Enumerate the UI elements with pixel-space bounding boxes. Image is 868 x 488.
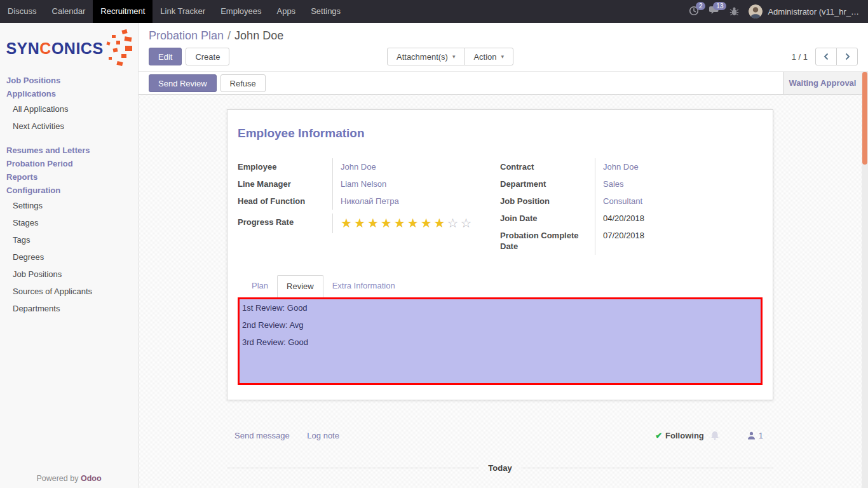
topbar-systray: 2 13 Administrator (v11_hr_… [689, 4, 868, 18]
notebook-tabs: PlanReviewExtra Information [238, 275, 763, 297]
follow-area: ✔ Following 1 [655, 431, 763, 440]
review-line: 2nd Review: Avg [242, 320, 759, 330]
field-row-join-date: Join Date04/20/2018 [500, 210, 763, 227]
pager-value: 1 / 1 [792, 52, 808, 62]
check-icon: ✔ [655, 431, 662, 440]
send-review-button[interactable]: Send Review [149, 74, 217, 92]
sidebar-item-next-activities[interactable]: Next Activities [0, 118, 138, 135]
sidebar-item-all-applications[interactable]: All Applications [0, 100, 138, 118]
field-value[interactable]: John Doe [333, 158, 376, 175]
sidebar-dropdowns: Attachment(s)▾ Action▾ [387, 48, 513, 65]
review-content: 1st Review: Good2nd Review: Avg3rd Revie… [238, 297, 763, 385]
field-row-progress-rate: Progress Rate★★★★★★★★☆☆ [238, 214, 500, 233]
activities-button[interactable]: 2 [689, 6, 699, 18]
field-value[interactable]: Sales [595, 175, 624, 193]
field-label: Join Date [500, 210, 595, 227]
star-filled-icon: ★ [367, 216, 381, 230]
sidebar-nav: Job PositionsApplicationsAll Application… [0, 74, 138, 317]
avatar [749, 4, 763, 18]
menu-apps[interactable]: Apps [269, 0, 303, 23]
tab-plan[interactable]: Plan [243, 275, 277, 297]
sidebar-item-sources-of-applicants[interactable]: Sources of Applicants [0, 283, 138, 300]
field-groups: EmployeeJohn DoeLine ManagerLiam NelsonH… [238, 158, 763, 255]
menu-recruitment[interactable]: Recruitment [93, 0, 153, 23]
scrollbar-thumb[interactable] [862, 72, 867, 165]
following-button[interactable]: Following [665, 431, 704, 440]
user-name: Administrator (v11_hr_… [768, 7, 859, 17]
sidebar-item-departments[interactable]: Departments [0, 300, 138, 317]
attachments-dropdown[interactable]: Attachment(s)▾ [387, 48, 465, 65]
menu-discuss[interactable]: Discuss [0, 0, 44, 23]
bell-icon[interactable] [710, 431, 719, 440]
field-row-employee: EmployeeJohn Doe [238, 158, 500, 175]
field-label: Progress Rate [238, 214, 333, 233]
field-value: 04/20/2018 [595, 210, 644, 227]
field-value: 07/20/2018 [595, 227, 644, 255]
sidebar-item-job-positions[interactable]: Job Positions [0, 74, 138, 87]
log-note-button[interactable]: Log note [307, 431, 339, 440]
refuse-button[interactable]: Refuse [220, 74, 266, 92]
user-menu[interactable]: Administrator (v11_hr_… [749, 4, 859, 18]
form-sheet: Employee Information EmployeeJohn DoeLin… [227, 109, 773, 400]
field-row-head-of-function: Head of FunctionНиколай Петра [238, 193, 500, 210]
star-empty-icon: ☆ [460, 216, 473, 230]
star-filled-icon: ★ [421, 216, 434, 230]
sidebar-item-tags[interactable]: Tags [0, 231, 138, 248]
star-filled-icon: ★ [381, 216, 394, 230]
sidebar-item-applications[interactable]: Applications [0, 87, 138, 100]
breadcrumb-parent[interactable]: Probation Plan [149, 29, 224, 42]
menu-settings[interactable]: Settings [303, 0, 348, 23]
control-panel: Probation Plan/John Doe Edit Create Atta… [139, 23, 868, 71]
create-button[interactable]: Create [186, 48, 229, 65]
field-value[interactable]: Николай Петра [333, 193, 399, 210]
company-logo[interactable]: SYNCONICS [0, 23, 138, 74]
debug-bug-icon[interactable] [729, 6, 739, 17]
field-group-left: EmployeeJohn DoeLine ManagerLiam NelsonH… [238, 158, 500, 255]
menu-calendar[interactable]: Calendar [44, 0, 93, 23]
sidebar-item-probation-period[interactable]: Probation Period [0, 157, 138, 170]
pager-previous-button[interactable] [815, 48, 837, 65]
send-message-button[interactable]: Send message [234, 431, 290, 440]
field-value[interactable]: John Doe [595, 158, 639, 175]
tab-review[interactable]: Review [277, 275, 323, 297]
form-view: Employee Information EmployeeJohn DoeLin… [139, 95, 862, 488]
sidebar: SYNCONICS Job PositionsApplicationsAll A… [0, 23, 139, 488]
field-label: Department [500, 175, 595, 193]
action-dropdown[interactable]: Action▾ [464, 48, 513, 65]
field-row-probation-complete-date: Probation Complete Date07/20/2018 [500, 227, 763, 255]
sidebar-item-resumes-and-letters[interactable]: Resumes and Letters [0, 144, 138, 157]
field-value[interactable]: Liam Nelson [333, 175, 386, 193]
star-filled-icon: ★ [407, 216, 421, 230]
sidebar-item-degrees[interactable]: Degrees [0, 248, 138, 266]
odoo-link[interactable]: Odoo [81, 474, 102, 483]
sidebar-item-job-positions[interactable]: Job Positions [0, 266, 138, 283]
field-value[interactable]: Consultant [595, 193, 642, 210]
tab-extra-information[interactable]: Extra Information [323, 275, 404, 297]
edit-button[interactable]: Edit [149, 48, 182, 65]
field-label: Line Manager [238, 175, 333, 193]
status-stage-badge[interactable]: Waiting Approval [783, 72, 862, 94]
field-label: Head of Function [238, 193, 333, 210]
main-area: Probation Plan/John Doe Edit Create Atta… [139, 23, 868, 488]
review-line: 1st Review: Good [242, 303, 759, 313]
messages-button[interactable]: 13 [709, 6, 720, 17]
sidebar-item-configuration[interactable]: Configuration [0, 184, 138, 197]
sidebar-item-settings[interactable]: Settings [0, 197, 138, 214]
chatter: Send message Log note ✔ Following 1 Tod [227, 400, 773, 473]
view-buttons: Edit Create [149, 48, 229, 65]
star-filled-icon: ★ [354, 216, 367, 230]
star-filled-icon: ★ [341, 216, 354, 230]
menu-link-tracker[interactable]: Link Tracker [153, 0, 213, 23]
attachments-label: Attachment(s) [397, 52, 448, 62]
field-row-job-position: Job PositionConsultant [500, 193, 763, 210]
top-navbar: DiscussCalendarRecruitmentLink TrackerEm… [0, 0, 868, 23]
scrollbar-track[interactable] [862, 71, 868, 488]
sidebar-item-stages[interactable]: Stages [0, 214, 138, 231]
followers-button[interactable]: 1 [747, 431, 763, 440]
menu-employees[interactable]: Employees [213, 0, 269, 23]
pager-next-button[interactable] [836, 48, 858, 65]
statusbar-buttons: Send Review Refuse [149, 74, 266, 92]
sidebar-item-reports[interactable]: Reports [0, 170, 138, 184]
field-label: Job Position [500, 193, 595, 210]
field-group-right: ContractJohn DoeDepartmentSalesJob Posit… [500, 158, 763, 255]
